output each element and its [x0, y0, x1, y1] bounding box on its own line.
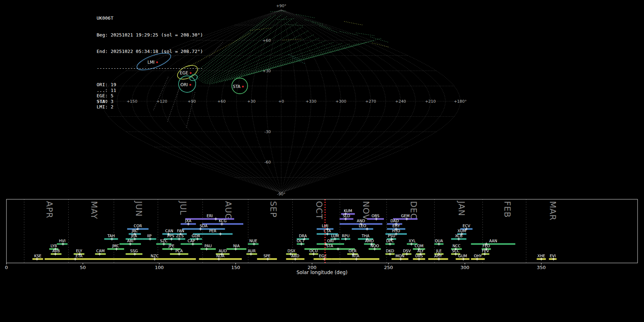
shower-count: STA: 3 [97, 99, 203, 104]
meteor-trail [220, 43, 342, 82]
month-label-jul: JUL [179, 200, 188, 215]
shower-code-label: HVI [59, 239, 65, 243]
meteor-trail [206, 31, 308, 83]
shower-bar-RPU: RPU [341, 234, 350, 240]
shower-bar-OCU: OCU [309, 249, 318, 255]
meteor-trail [356, 33, 375, 36]
lat-tick-label: -60 [264, 160, 271, 165]
meteor-trail [305, 20, 324, 24]
lon-tick-label: +0 [278, 99, 284, 104]
meteor-trail [194, 16, 271, 76]
meteor-trail [203, 22, 298, 82]
shower-code-label: KUM [344, 209, 352, 213]
shower-code-label: URS [415, 254, 423, 258]
shower-code-label: GDR [192, 234, 200, 238]
shower-code-label: HYD [392, 229, 400, 233]
shower-bar-DKD: DKD [385, 249, 395, 255]
lon-tick-label: +30 [247, 99, 255, 104]
shower-code-label: DPC [386, 239, 394, 243]
shower-bar-NUE: NUE [248, 239, 259, 245]
x-axis-label: Solar longitude (deg) [0, 269, 644, 275]
shower-code-label: QUA [435, 239, 443, 243]
sky-meridian [236, 10, 281, 192]
shower-code-label: XYL [409, 239, 416, 243]
meteor-trail [196, 14, 276, 78]
meteor-trail [372, 43, 389, 47]
shower-code-label: SPE [263, 254, 270, 258]
lon-tick-label: +270 [365, 99, 376, 104]
shower-bar-DPC: DPC [385, 239, 395, 245]
meteor-trail [344, 21, 363, 25]
month-label-may: MAY [89, 201, 99, 219]
meteor-trail [216, 42, 334, 83]
shower-code-label: JPE [168, 244, 174, 248]
shower-code-label: ORI [327, 239, 334, 243]
shower-code-label: RPU [342, 234, 350, 238]
shower-code-label: OCU [309, 249, 318, 253]
shower-bar-HVI: HVI [57, 239, 68, 245]
shower-code-label: COM [415, 244, 424, 248]
shower-code-label: AUR [248, 249, 255, 253]
shower-code-label: NCC [453, 244, 461, 248]
shower-code-label: XUM [458, 229, 466, 233]
shower-code-label: EHY [392, 224, 400, 228]
shower-code-label: OER [348, 249, 356, 253]
lon-tick-label: +330 [306, 99, 316, 104]
month-label-feb: FEB [503, 201, 512, 218]
shower-bar-IIP: IIP [142, 234, 156, 240]
shower-bar-KSE: KSE [33, 254, 43, 260]
shower-bar-GUM: GUM [456, 254, 470, 260]
shower-count-list: ORI: 19...: 11EGE: 5STA: 3LMI: 2 [97, 82, 203, 110]
meteor-trail [213, 40, 326, 84]
lon-tick-label: +180° [454, 99, 467, 104]
pole-label-south: -90° [277, 192, 285, 196]
shower-code-label: NTA [352, 254, 360, 258]
shower-code-label: GUM [458, 254, 467, 258]
shower-bar-NOO: NOO [369, 244, 381, 250]
shower-code-label: ELY [76, 249, 82, 253]
meteor-trail [192, 19, 265, 74]
shower-bar-OCT: OCT [297, 239, 305, 245]
shower-code-label: OBS [372, 214, 380, 218]
shower-code-label: FAN [177, 229, 184, 233]
shower-bar-AVB: AVB [51, 249, 62, 255]
shower-count: ...: 11 [97, 88, 203, 93]
shower-code-label: AUD [219, 249, 227, 253]
shower-code-label: JLE [436, 249, 442, 253]
shower-code-label: IIP [147, 234, 152, 238]
month-label-mar: MAR [548, 201, 557, 221]
shower-code-label: NDA [216, 254, 225, 258]
shower-code-label: ETA [75, 254, 83, 258]
observation-info: UK006T Beg: 20251021 19:29:25 (sol = 208… [97, 4, 203, 115]
shower-count: ORI: 19 [97, 82, 203, 88]
shower-code-label: OHY [474, 254, 482, 258]
shower-code-label: JXA [185, 219, 192, 223]
shower-code-label: PSU [388, 234, 395, 238]
month-label-oct: OCT [314, 201, 324, 219]
shower-bar-CAM: CAM [95, 249, 106, 255]
lon-tick-label: +210 [425, 99, 436, 104]
shower-bar-TAH: TAH [104, 234, 118, 240]
shower-code-label: KCG [219, 219, 227, 223]
shower-code-label: NOO [370, 244, 379, 248]
shower-code-label: JMC [112, 244, 119, 248]
month-label-jun: JUN [134, 200, 143, 217]
meteor-trail [370, 37, 388, 42]
shower-code-label: XCB [455, 234, 463, 238]
shower-code-label: DKD [386, 249, 394, 253]
month-label-apr: APR [45, 201, 54, 219]
month-label-aug: AUG [224, 201, 233, 220]
shower-code-label: AVB [52, 249, 60, 253]
shower-bar-SPE: SPE [257, 254, 277, 260]
shower-code-label: ERI [207, 214, 213, 218]
shower-code-label: COR [134, 224, 142, 228]
shower-code-label: PPS [167, 234, 175, 238]
meteor-trail [201, 19, 293, 81]
meteor-trail [319, 26, 338, 33]
shower-code-label: DAD [390, 219, 399, 223]
shower-code-label: NUE [249, 239, 257, 243]
meteor-trail [288, 54, 302, 60]
shower-bar-NIA: NIA [226, 244, 247, 250]
meteor-trail [225, 44, 351, 81]
shower-code-label: LYR [50, 244, 57, 248]
